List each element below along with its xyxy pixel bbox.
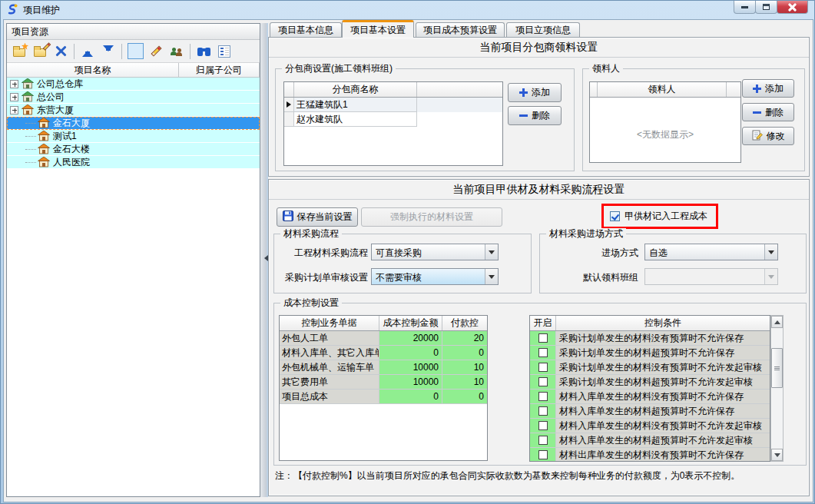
condition-row[interactable]: 材料入库单发生的材料没有预算时不允许保存 — [530, 390, 770, 404]
tree-item-company-warehouse[interactable]: 公司总仓库 — [7, 78, 260, 91]
condition-checkbox[interactable] — [538, 421, 548, 430]
collapse-left-icon[interactable] — [261, 255, 268, 261]
scrollbar-thumb[interactable] — [771, 348, 783, 388]
subcontractor-add-button[interactable]: 添加 — [508, 83, 562, 102]
close-button[interactable] — [777, 1, 808, 14]
panel-splitter[interactable] — [260, 23, 268, 497]
cost-percent-cell[interactable]: 0 — [442, 346, 487, 360]
cost-col-doc-header[interactable]: 控制业务单据 — [280, 316, 379, 330]
tab-project-basic-info[interactable]: 项目基本信息 — [270, 22, 342, 38]
cost-col-amount-header[interactable]: 成本控制金额 — [379, 316, 442, 330]
condition-row[interactable]: 采购计划单发生的材料超预算时不允许保存 — [530, 346, 770, 360]
move-down-button[interactable] — [99, 42, 118, 61]
condition-checkbox[interactable] — [538, 377, 548, 386]
dropdown-button[interactable] — [764, 244, 777, 260]
condition-checkbox[interactable] — [538, 406, 548, 416]
condition-checkbox[interactable] — [538, 348, 548, 357]
cost-table-row[interactable]: 项目总成本 0 0 — [280, 390, 487, 404]
condition-checkbox[interactable] — [538, 450, 548, 459]
save-current-settings-button[interactable]: 保存当前设置 — [277, 207, 358, 227]
condition-row[interactable]: 材料入库单发生的材料没有预算时不允许发起审核 — [530, 419, 770, 433]
cost-amount-cell[interactable]: 20000 — [379, 331, 442, 346]
picker-delete-button[interactable]: 删除 — [742, 103, 794, 121]
edit-pencil-button[interactable] — [147, 42, 165, 61]
purchase-flow-dropdown[interactable]: 可直接采购 — [371, 244, 499, 260]
cost-table-row[interactable]: 外包机械单、运输车单 10000 10 — [280, 360, 487, 375]
delete-button[interactable] — [51, 42, 70, 61]
tree-item-label: 金石大楼 — [53, 143, 90, 156]
tree-item-head-office[interactable]: 总公司 — [7, 91, 260, 104]
subcontractor-name-cell[interactable]: 赵水建筑队 — [294, 112, 417, 127]
table-row[interactable]: 王猛建筑队1 — [284, 98, 502, 112]
subcontractor-name-header[interactable]: 分包商名称 — [294, 82, 417, 97]
condition-checkbox[interactable] — [538, 392, 548, 401]
cost-percent-cell[interactable]: 10 — [442, 375, 487, 390]
app-icon — [6, 3, 18, 18]
condition-checkbox[interactable] — [538, 436, 548, 445]
picker-add-button[interactable]: 添加 — [742, 79, 794, 98]
color-swatch-button[interactable] — [126, 42, 144, 61]
tree-item-dongying-tower[interactable]: 东营大厦 — [7, 104, 260, 117]
subcontractor-delete-button[interactable]: 删除 — [508, 106, 562, 125]
edit-folder-button[interactable] — [31, 42, 49, 61]
dropdown-button[interactable] — [764, 269, 777, 284]
cost-table-row[interactable]: 外包人工单 20000 20 — [280, 331, 487, 346]
default-picking-team-dropdown[interactable] — [644, 268, 778, 285]
expand-icon[interactable] — [10, 106, 18, 114]
cost-percent-cell[interactable]: 10 — [442, 360, 487, 375]
find-button[interactable] — [194, 42, 213, 61]
picker-modify-button[interactable]: 修改 — [742, 127, 794, 145]
cost-table-row[interactable]: 材料入库单、其它入库单 0 0 — [280, 346, 487, 360]
scroll-up-button[interactable] — [771, 316, 783, 328]
maximize-button[interactable] — [755, 1, 777, 14]
column-header-subcompany[interactable]: 归属子公司 — [179, 63, 260, 77]
scroll-down-button[interactable] — [771, 449, 783, 461]
cost-percent-cell[interactable]: 20 — [442, 331, 487, 346]
condition-enable-header[interactable]: 开启 — [530, 316, 556, 330]
tree-item-jinshi-building[interactable]: 金石大楼 — [7, 143, 260, 156]
minimize-button[interactable] — [734, 1, 756, 14]
report-button[interactable] — [215, 42, 234, 61]
column-header-project-name[interactable]: 项目名称 — [7, 63, 179, 77]
plan-review-dropdown[interactable]: 不需要审核 — [371, 268, 499, 285]
subcontractor-name-cell[interactable]: 王猛建筑队1 — [294, 98, 417, 112]
condition-table-scrollbar[interactable] — [770, 315, 784, 462]
expand-icon[interactable] — [10, 80, 18, 88]
condition-checkbox[interactable] — [538, 333, 548, 343]
new-folder-button[interactable] — [10, 42, 28, 61]
tab-project-initiation-info[interactable]: 项目立项信息 — [506, 22, 580, 38]
condition-row[interactable]: 材料出库单发生的材料没有预算时不允许保存 — [530, 448, 770, 462]
entry-mode-dropdown[interactable]: 自选 — [644, 244, 778, 260]
tree-item-jinshi-tower[interactable]: 金石大厦 — [7, 117, 260, 130]
tree-item-peoples-hospital[interactable]: 人民医院 — [7, 156, 260, 169]
cost-amount-cell[interactable]: 0 — [379, 346, 442, 360]
dropdown-button[interactable] — [485, 269, 498, 284]
expand-icon[interactable] — [10, 93, 18, 101]
cost-doc-cell: 项目总成本 — [280, 390, 379, 404]
cost-doc-cell: 外包人工单 — [280, 331, 379, 346]
force-material-settings-button[interactable]: 强制执行的材料设置 — [361, 207, 502, 227]
tree-column-headers: 项目名称 归属子公司 — [7, 63, 260, 78]
users-button[interactable] — [167, 42, 186, 61]
condition-text-header[interactable]: 控制条件 — [556, 316, 770, 330]
dropdown-button[interactable] — [485, 244, 498, 260]
table-row[interactable]: 赵水建筑队 — [284, 112, 502, 127]
tree-item-test1[interactable]: 测试1 — [7, 130, 260, 143]
cost-amount-cell[interactable]: 10000 — [379, 375, 442, 390]
condition-checkbox[interactable] — [538, 363, 548, 372]
move-up-button[interactable] — [78, 42, 97, 61]
condition-row[interactable]: 采购计划单发生的材料超预算时不允许发起审核 — [530, 375, 770, 390]
cost-col-percent-header[interactable]: 付款控制% — [442, 316, 487, 330]
cost-table-row[interactable]: 其它费用单 10000 10 — [280, 375, 487, 390]
cost-percent-cell[interactable]: 0 — [442, 390, 487, 404]
tab-project-basic-settings[interactable]: 项目基本设置 — [342, 20, 414, 38]
cost-amount-cell[interactable]: 0 — [379, 390, 442, 404]
condition-row[interactable]: 材料入库单发生的材料超预算时不允许发起审核 — [530, 433, 770, 448]
owner-material-checkbox[interactable] — [610, 211, 620, 221]
condition-row[interactable]: 采购计划单发生的材料没有预算时不允许保存 — [530, 331, 770, 346]
condition-row[interactable]: 材料入库单发生的材料超预算时不允许保存 — [530, 404, 770, 419]
cost-amount-cell[interactable]: 10000 — [379, 360, 442, 375]
tab-project-cost-budget-settings[interactable]: 项目成本预算设置 — [416, 22, 505, 38]
condition-row[interactable]: 采购计划单发生的材料没有预算时不允许发起审核 — [530, 360, 770, 375]
picker-name-header[interactable]: 领料人 — [598, 82, 727, 97]
